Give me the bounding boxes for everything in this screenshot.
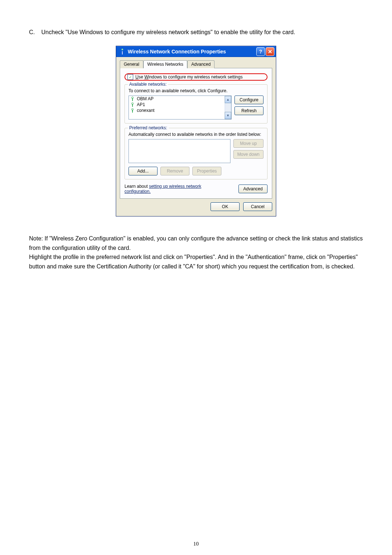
move-up-button: Move up bbox=[233, 139, 264, 148]
instruction-letter: C. bbox=[29, 29, 35, 35]
page-number: 10 bbox=[0, 541, 392, 547]
list-item[interactable]: conexant bbox=[129, 108, 225, 113]
learn-row: Learn about setting up wireless network … bbox=[124, 184, 268, 194]
available-networks-title: Available networks: bbox=[128, 82, 168, 87]
ok-button[interactable]: OK bbox=[211, 202, 240, 211]
properties-button: Properties bbox=[192, 167, 221, 175]
network-name: OBM AP bbox=[137, 96, 154, 101]
tab-bar: General Wireless Networks Advanced bbox=[120, 60, 272, 68]
preferred-networks-list[interactable] bbox=[128, 139, 230, 163]
available-networks-desc: To connect to an available network, clic… bbox=[128, 88, 264, 93]
svg-rect-0 bbox=[122, 51, 123, 54]
use-windows-label: Use Windows to configure my wireless net… bbox=[135, 74, 242, 80]
instruction-line: C. Uncheck "Use Windows to configure my … bbox=[29, 29, 363, 36]
advanced-button[interactable]: Advanced bbox=[238, 185, 268, 193]
wireless-icon bbox=[119, 48, 126, 55]
learn-text: Learn about setting up wireless network … bbox=[124, 184, 219, 194]
scroll-up-icon[interactable]: ▲ bbox=[225, 96, 231, 103]
refresh-button[interactable]: Refresh bbox=[234, 106, 264, 115]
available-networks-group: Available networks: To connect to an ava… bbox=[124, 84, 268, 123]
note-paragraph-2: Highlight the profile in the preferred n… bbox=[29, 252, 363, 271]
network-name: AP1 bbox=[137, 102, 145, 107]
antenna-icon bbox=[130, 102, 135, 107]
use-windows-checkbox-row: ✓ Use Windows to configure my wireless n… bbox=[124, 73, 268, 81]
move-down-button: Move down bbox=[233, 150, 264, 159]
note-block: Note: If "Wireless Zero Configuration" i… bbox=[29, 234, 363, 271]
preferred-networks-title: Preferred networks: bbox=[128, 125, 169, 130]
close-button[interactable] bbox=[266, 47, 274, 56]
scrollbar[interactable]: ▲ ▼ bbox=[225, 96, 231, 119]
tab-general[interactable]: General bbox=[120, 60, 143, 68]
properties-dialog: Wireless Network Connection Properties ?… bbox=[116, 46, 276, 216]
help-button[interactable]: ? bbox=[256, 47, 265, 56]
remove-button: Remove bbox=[160, 167, 189, 175]
preferred-networks-group: Preferred networks: Automatically connec… bbox=[124, 128, 268, 179]
antenna-icon bbox=[130, 108, 135, 113]
scroll-down-icon[interactable]: ▼ bbox=[225, 112, 231, 119]
antenna-icon bbox=[130, 97, 135, 101]
configure-button[interactable]: Configure bbox=[234, 96, 264, 104]
tab-wireless-networks[interactable]: Wireless Networks bbox=[143, 60, 187, 68]
dialog-title: Wireless Network Connection Properties bbox=[128, 49, 256, 54]
dialog-button-row: OK Cancel bbox=[120, 199, 272, 212]
instruction-text: Uncheck "Use Windows to configure my wir… bbox=[41, 29, 295, 35]
add-button[interactable]: Add... bbox=[128, 167, 158, 175]
titlebar: Wireless Network Connection Properties ? bbox=[116, 46, 276, 57]
list-item[interactable]: AP1 bbox=[129, 102, 225, 108]
note-paragraph-1: Note: If "Wireless Zero Configuration" i… bbox=[29, 234, 363, 252]
cancel-button[interactable]: Cancel bbox=[243, 202, 272, 211]
available-networks-list[interactable]: OBM AP AP1 conexant bbox=[128, 96, 232, 119]
use-windows-checkbox[interactable]: ✓ bbox=[127, 74, 133, 80]
tab-content: ✓ Use Windows to configure my wireless n… bbox=[120, 68, 272, 199]
tab-advanced[interactable]: Advanced bbox=[187, 60, 215, 68]
list-item[interactable]: OBM AP bbox=[129, 96, 225, 102]
network-name: conexant bbox=[137, 108, 155, 113]
preferred-networks-desc: Automatically connect to available netwo… bbox=[128, 132, 264, 137]
